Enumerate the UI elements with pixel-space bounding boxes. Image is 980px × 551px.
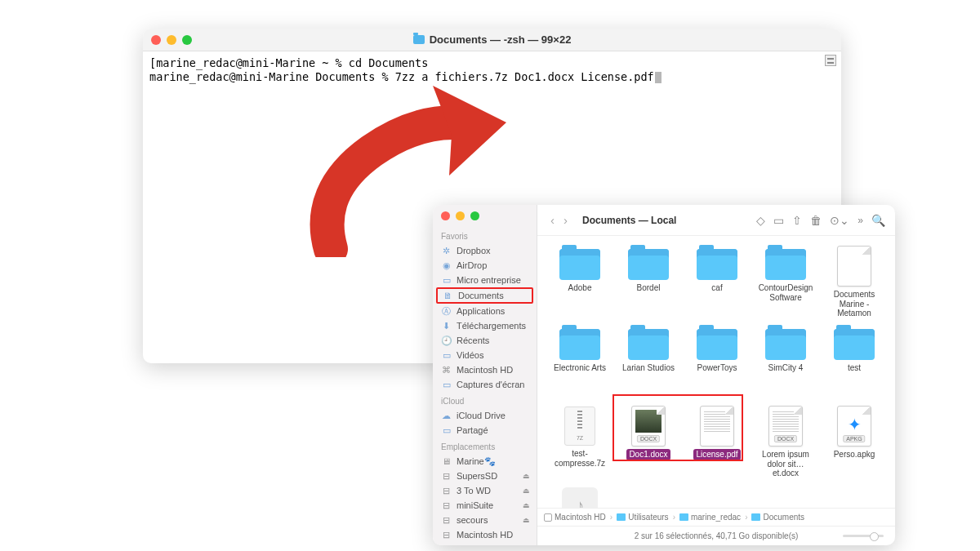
sidebar-section-emplacements: Emplacements	[433, 438, 537, 454]
eject-icon[interactable]: ⏏	[523, 501, 530, 509]
expand-icon[interactable]: »	[858, 215, 863, 226]
path-seg-user[interactable]: marine_redac	[679, 513, 741, 522]
status-text: 2 sur 16 sélectionnés, 40,71 Go disponib…	[635, 531, 799, 540]
nav-arrows: ‹ ›	[547, 213, 571, 227]
finder-window: Favoris ✲Dropbox ◉AirDrop ▭Micro entrepr…	[433, 205, 895, 545]
window-controls	[433, 211, 537, 227]
sidebar-item-minisuite[interactable]: ⊟miniSuite⏏	[433, 498, 537, 513]
sidebar-item-videos[interactable]: ▭Vidéos	[433, 348, 537, 362]
minimize-button[interactable]	[167, 35, 176, 45]
path-seg-documents[interactable]: Documents	[751, 513, 804, 522]
document-icon: DOCX	[768, 406, 803, 447]
file-item-caf[interactable]: caf	[686, 244, 748, 319]
file-item-doc1[interactable]: DOCXDoc1.docx	[617, 404, 679, 479]
folder-icon	[628, 329, 669, 360]
share-icon[interactable]: ⇧	[792, 214, 802, 227]
document-icon	[837, 246, 871, 287]
back-button[interactable]: ‹	[547, 213, 558, 227]
document-icon: DOCX	[631, 406, 666, 447]
minimize-button[interactable]	[456, 211, 465, 220]
sidebar-item-partage[interactable]: ▭Partagé	[433, 423, 537, 438]
sidebar-item-supersd[interactable]: ⊟SupersSD⏏	[433, 469, 537, 483]
sidebar-item-icloud-drive[interactable]: ☁iCloud Drive	[433, 408, 537, 423]
eject-icon[interactable]: ⏏	[523, 516, 530, 524]
folder-icon	[765, 329, 806, 360]
folder-icon	[559, 249, 600, 280]
trash-icon[interactable]: 🗑	[810, 214, 822, 227]
document-icon	[700, 406, 734, 447]
sidebar-item-dropbox[interactable]: ✲Dropbox	[433, 243, 537, 258]
file-item-documents-marine[interactable]: Documents Marine - Metamon	[823, 244, 885, 319]
tag-icon[interactable]: ◇	[756, 214, 765, 227]
path-seg-hd[interactable]: Macintosh HD	[544, 513, 606, 522]
sidebar-item-applications[interactable]: ⒶApplications	[433, 304, 537, 318]
zoom-button[interactable]	[182, 35, 192, 45]
file-item-safari-caf[interactable]: ♪Safari (9 Feb 23.17).caf	[549, 484, 611, 508]
finder-toolbar: ‹ › Documents — Local ◇ ▭ ⇧ 🗑 ⊙⌄ » 🔍	[537, 205, 895, 236]
terminal-title: Documents — -zsh — 99×22	[413, 33, 572, 46]
folder-icon	[697, 329, 737, 360]
eject-icon[interactable]: ⏏	[523, 472, 530, 480]
folder-icon	[765, 249, 806, 280]
scrollbar-icon[interactable]	[825, 55, 836, 66]
sidebar-item-airdrop[interactable]: ◉AirDrop	[433, 258, 537, 273]
file-item-test-compresse[interactable]: 7Ztest-compresse.7z	[549, 404, 611, 479]
sidebar-item-documents[interactable]: 🗎Documents	[436, 287, 533, 304]
file-item-perso[interactable]: ✦APKGPerso.apkg	[823, 404, 885, 479]
sidebar-section-favoris: Favoris	[433, 227, 537, 243]
terminal-line-1: [marine_redac@mini-Marine ~ % cd Documen…	[149, 56, 428, 69]
sidebar-item-micro[interactable]: ▭Micro entreprise	[433, 273, 537, 287]
terminal-line-2: marine_redac@mini-Marine Documents % 7zz…	[149, 70, 654, 83]
window-controls	[151, 35, 192, 45]
finder-sidebar: Favoris ✲Dropbox ◉AirDrop ▭Micro entrepr…	[433, 205, 537, 545]
sidebar-item-macintosh-hd-2[interactable]: ⊟Macintosh HD	[433, 527, 537, 542]
file-item-larian[interactable]: Larian Studios	[617, 324, 679, 399]
icon-size-slider[interactable]	[843, 535, 884, 537]
file-item-bordel[interactable]: Bordel	[617, 244, 679, 319]
status-bar: 2 sur 16 sélectionnés, 40,71 Go disponib…	[537, 526, 895, 545]
sidebar-item-captures[interactable]: ▭Captures d'écran	[433, 377, 537, 392]
audio-icon: ♪	[562, 487, 598, 508]
file-item-ea[interactable]: Electronic Arts	[549, 324, 611, 399]
forward-button[interactable]: ›	[560, 213, 571, 227]
sidebar-item-macintosh-hd[interactable]: ⌘Macintosh HD	[433, 362, 537, 377]
file-item-test[interactable]: test	[823, 324, 885, 399]
archive-icon: 7Z	[564, 407, 595, 446]
view-icon[interactable]: ▭	[773, 214, 784, 227]
terminal-titlebar: Documents — -zsh — 99×22	[143, 29, 841, 51]
sidebar-section-icloud: iCloud	[433, 392, 537, 408]
close-button[interactable]	[441, 211, 450, 220]
cursor	[655, 72, 662, 83]
close-button[interactable]	[151, 35, 161, 45]
path-seg-users[interactable]: Utilisateurs	[617, 513, 668, 522]
file-item-adobe[interactable]: Adobe	[549, 244, 611, 319]
file-grid[interactable]: Adobe Bordel caf ContourDesignSoftware D…	[537, 236, 895, 508]
sidebar-item-secours[interactable]: ⊟secours⏏	[433, 513, 537, 527]
sidebar-item-3towd[interactable]: ⊟3 To WD⏏	[433, 483, 537, 498]
path-bar[interactable]: Macintosh HD › Utilisateurs › marine_red…	[537, 508, 895, 526]
folder-icon	[834, 329, 875, 360]
document-icon: ✦APKG	[837, 406, 871, 447]
file-item-simcity[interactable]: SimCity 4	[755, 324, 817, 399]
folder-icon	[559, 329, 600, 360]
terminal-output[interactable]: [marine_redac@mini-Marine ~ % cd Documen…	[143, 51, 841, 89]
sidebar-item-marine[interactable]: 🖥Marine🐾	[433, 454, 537, 469]
file-item-contour[interactable]: ContourDesignSoftware	[755, 244, 817, 319]
eject-icon[interactable]: ⏏	[523, 487, 530, 495]
sidebar-item-recents[interactable]: 🕘Récents	[433, 333, 537, 348]
more-icon[interactable]: ⊙⌄	[830, 214, 849, 227]
search-icon[interactable]: 🔍	[871, 214, 885, 227]
file-item-license[interactable]: License.pdf	[686, 404, 748, 479]
folder-icon	[628, 249, 669, 280]
folder-icon	[413, 35, 425, 44]
sidebar-item-telechargements[interactable]: ⬇Téléchargements	[433, 318, 537, 333]
file-item-powertoys[interactable]: PowerToys	[686, 324, 748, 399]
zoom-button[interactable]	[470, 211, 479, 220]
folder-icon	[697, 249, 737, 280]
finder-main: ‹ › Documents — Local ◇ ▭ ⇧ 🗑 ⊙⌄ » 🔍 Ado…	[537, 205, 895, 545]
toolbar-title: Documents — Local	[582, 215, 676, 226]
terminal-title-text: Documents — -zsh — 99×22	[430, 33, 572, 46]
file-item-lorem[interactable]: DOCXLorem ipsum dolor sit…et.docx	[755, 404, 817, 479]
